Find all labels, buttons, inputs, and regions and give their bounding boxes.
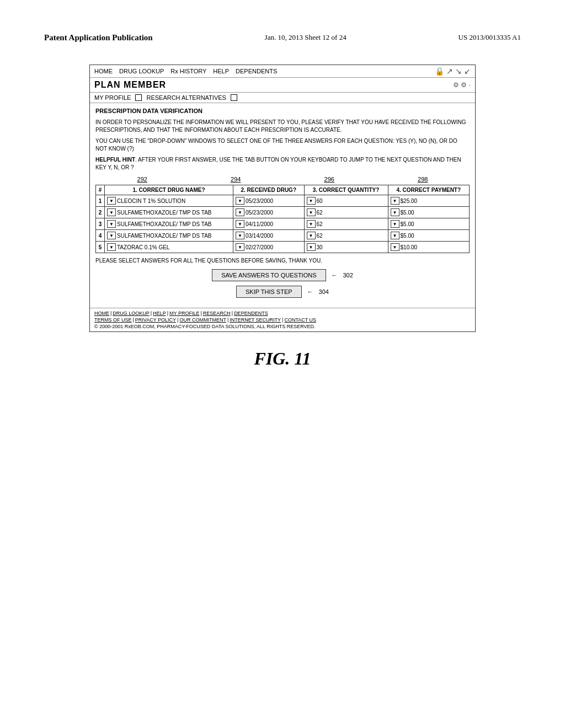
nav-help[interactable]: HELP	[213, 68, 229, 74]
date-1: 05/23/2000	[246, 198, 273, 204]
save-answers-button[interactable]: SAVE ANSWERS TO QUESTIONS	[212, 269, 326, 281]
table-header-hash: #	[96, 185, 105, 195]
pay-5: $10.00	[401, 244, 418, 250]
footer-copyright: © 2000-2001 RxEOB.COM, PHARMACY-FOCUSED …	[94, 324, 471, 329]
qty-dropdown-5[interactable]: ▼	[307, 243, 316, 251]
date-dropdown-2[interactable]: ▼	[236, 208, 244, 216]
drug-cell-1: ▼ CLEOCIN T 1% SOLUTION	[105, 195, 233, 207]
footer-internet-security[interactable]: INTERNET SECURITY	[230, 317, 281, 323]
nav-drug-lookup[interactable]: DRUG LOOKUP	[119, 68, 164, 74]
skip-step-button[interactable]: SKIP THIS STEP	[236, 286, 302, 298]
hint-label: HELPFUL HINT	[95, 157, 135, 163]
drug-dropdown-5[interactable]: ▼	[107, 243, 116, 251]
qty-cell-5: ▼ 30	[304, 242, 388, 253]
plan-member-bar: PLAN MEMBER ⚙ ⚙ ·	[90, 78, 475, 93]
hint-text-block: HELPFUL HINT. AFTER YOUR FIRST ANSWER, U…	[95, 156, 470, 172]
lock-icon: 🔒	[435, 67, 444, 76]
date-4: 03/14/2000	[246, 233, 273, 239]
nav-dependents[interactable]: DEPENDENTS	[236, 68, 277, 74]
drug-dropdown-1[interactable]: ▼	[107, 197, 116, 205]
date-2: 05/23/2000	[246, 210, 273, 216]
footer-research[interactable]: RESEARCH	[203, 311, 231, 316]
footer-terms[interactable]: TERMS OF USE	[94, 317, 132, 323]
skip-ref-number: 304	[319, 288, 329, 295]
table-row: 2 ▼ SULFAMETHOXAZOLE/ TMP DS TAB ▼	[96, 207, 470, 218]
footer-home[interactable]: HOME	[94, 311, 109, 316]
table-header-received: 2. RECEIVED DRUG?	[233, 185, 304, 195]
skip-ref-arrow: ←	[307, 288, 313, 295]
prescription-table: # 1. CORRECT DRUG NAME? 2. RECEIVED DRUG…	[95, 185, 470, 253]
qty-cell-1: ▼ 60	[304, 195, 388, 207]
research-alternatives-link[interactable]: RESEARCH ALTERNATIVES	[146, 94, 226, 101]
column-numbers-row: 292 294 296 298	[95, 176, 470, 185]
table-row: 1 ▼ CLEOCIN T 1% SOLUTION ▼ 05/2	[96, 195, 470, 207]
drug-name-2: SULFAMETHOXAZOLE/ TMP DS TAB	[117, 210, 212, 216]
drug-name-3: SULFAMETHOXAZOLE/ TMP DS TAB	[117, 221, 212, 227]
save-ref-arrow: ←	[332, 272, 338, 279]
date-dropdown-3[interactable]: ▼	[236, 220, 244, 228]
footer-links: HOME | DRUG LOOKUP | HELP | MY PROFILE |…	[90, 308, 475, 331]
footer-commitment[interactable]: OUR COMMITMENT	[179, 317, 226, 323]
pay-dropdown-2[interactable]: ▼	[391, 208, 399, 216]
date-dropdown-5[interactable]: ▼	[236, 243, 244, 251]
drug-name-4: SULFAMETHOXAZOLE/ TMP DS TAB	[117, 233, 212, 239]
pay-1: $25.00	[401, 198, 418, 204]
pay-cell-1: ▼ $25.00	[388, 195, 469, 207]
date-5: 02/27/2000	[246, 244, 273, 250]
footer-links-row-1: HOME | DRUG LOOKUP | HELP | MY PROFILE |…	[94, 311, 471, 316]
col-num-292: 292	[137, 176, 147, 183]
nav-bar: HOME DRUG LOOKUP Rx HISTORY HELP DEPENDE…	[90, 65, 475, 78]
drug-dropdown-4[interactable]: ▼	[107, 232, 116, 239]
research-checkbox[interactable]	[135, 94, 142, 101]
footer-privacy[interactable]: PRIVACY POLICY	[135, 317, 176, 323]
qty-3: 62	[317, 221, 323, 227]
date-dropdown-4[interactable]: ▼	[236, 232, 244, 239]
qty-dropdown-3[interactable]: ▼	[307, 220, 316, 228]
row-num-1: 1	[96, 195, 105, 207]
footer-my-profile[interactable]: MY PROFILE	[169, 311, 199, 316]
pay-dropdown-1[interactable]: ▼	[391, 197, 399, 205]
nav-home[interactable]: HOME	[94, 68, 113, 74]
drug-dropdown-2[interactable]: ▼	[107, 208, 116, 216]
date-dropdown-1[interactable]: ▼	[236, 197, 244, 205]
save-btn-row: SAVE ANSWERS TO QUESTIONS ← 302	[212, 269, 353, 281]
qty-cell-3: ▼ 62	[304, 218, 388, 230]
qty-dropdown-4[interactable]: ▼	[307, 232, 316, 239]
my-profile-link[interactable]: MY PROFILE	[94, 94, 131, 101]
patent-sheet-info: Jan. 10, 2013 Sheet 12 of 24	[265, 33, 347, 42]
plan-member-icons: ⚙ ⚙ ·	[453, 81, 471, 89]
nav-rx-history[interactable]: Rx HISTORY	[170, 68, 206, 74]
qty-dropdown-1[interactable]: ▼	[307, 197, 316, 205]
info-paragraph-1: IN ORDER TO PERSONALIZE THE INFORMATION …	[95, 119, 470, 134]
nav-icon-3: ↘	[455, 67, 462, 76]
table-header-quantity: 3. CORRECT QUANTITY?	[304, 185, 388, 195]
save-ref-number: 302	[343, 272, 353, 279]
drug-name-5: TAZORAC 0.1% GEL	[117, 244, 169, 250]
pay-dropdown-3[interactable]: ▼	[391, 220, 399, 228]
research-checkbox-2[interactable]	[231, 94, 237, 101]
qty-4: 62	[317, 233, 323, 239]
table-header-drug-name: 1. CORRECT DRUG NAME?	[105, 185, 233, 195]
footer-contact[interactable]: CONTACT US	[284, 317, 316, 323]
drug-dropdown-3[interactable]: ▼	[107, 220, 116, 228]
date-cell-3: ▼ 04/11/2000	[233, 218, 304, 230]
ui-mockup: HOME DRUG LOOKUP Rx HISTORY HELP DEPENDE…	[89, 65, 476, 332]
drug-cell-5: ▼ TAZORAC 0.1% GEL	[105, 242, 233, 253]
qty-dropdown-2[interactable]: ▼	[307, 208, 316, 216]
col-num-298: 298	[418, 176, 428, 183]
footer-links-row-2: TERMS OF USE | PRIVACY POLICY | OUR COMM…	[94, 317, 471, 323]
pay-dropdown-4[interactable]: ▼	[391, 232, 399, 239]
pay-dropdown-5[interactable]: ▼	[391, 243, 399, 251]
qty-5: 30	[317, 244, 323, 250]
qty-2: 62	[317, 210, 323, 216]
drug-cell-2: ▼ SULFAMETHOXAZOLE/ TMP DS TAB	[105, 207, 233, 218]
footer-help[interactable]: HELP	[153, 311, 166, 316]
pay-2: $5.00	[401, 210, 414, 216]
qty-cell-4: ▼ 62	[304, 230, 388, 242]
figure-label: FIG. 11	[254, 349, 311, 369]
footer-drug-lookup[interactable]: DRUG LOOKUP	[113, 311, 150, 316]
footer-dependents[interactable]: DEPENDENTS	[234, 311, 268, 316]
avatar-icon: ⚙ ⚙ ·	[453, 81, 471, 89]
nav-icons-area: 🔒 ↗ ↘ ↙	[435, 67, 471, 76]
pay-3: $5.00	[401, 221, 414, 227]
